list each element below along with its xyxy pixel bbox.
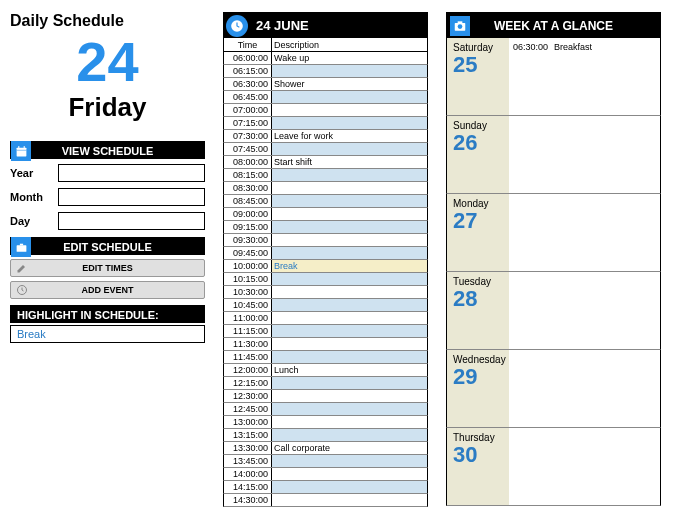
- pencil-icon: [15, 261, 29, 275]
- table-row[interactable]: 06:15:00: [223, 65, 428, 78]
- table-row[interactable]: 10:15:00: [223, 273, 428, 286]
- table-row[interactable]: 10:45:00: [223, 299, 428, 312]
- table-row[interactable]: 11:15:00: [223, 325, 428, 338]
- table-row[interactable]: 09:30:00: [223, 234, 428, 247]
- time-cell: 07:15:00: [224, 117, 272, 129]
- time-cell: 13:00:00: [224, 416, 272, 428]
- desc-cell: [272, 104, 427, 116]
- table-row[interactable]: 07:30:00Leave for work: [223, 130, 428, 143]
- edit-times-label: EDIT TIMES: [82, 263, 133, 273]
- time-cell: 09:45:00: [224, 247, 272, 259]
- time-cell: 07:45:00: [224, 143, 272, 155]
- svg-rect-4: [16, 245, 26, 252]
- table-row[interactable]: 06:45:00: [223, 91, 428, 104]
- table-row[interactable]: 14:15:00: [223, 481, 428, 494]
- table-row[interactable]: 13:15:00: [223, 429, 428, 442]
- week-day[interactable]: Wednesday29: [446, 350, 661, 428]
- month-input[interactable]: [58, 188, 205, 206]
- time-cell: 11:15:00: [224, 325, 272, 337]
- time-cell: 12:00:00: [224, 364, 272, 376]
- week-header: WEEK AT A GLANCE: [446, 12, 661, 38]
- table-row[interactable]: 08:30:00: [223, 182, 428, 195]
- time-cell: 10:45:00: [224, 299, 272, 311]
- week-day-label: Tuesday28: [447, 272, 509, 349]
- table-row[interactable]: 09:15:00: [223, 221, 428, 234]
- edit-times-button[interactable]: EDIT TIMES: [10, 259, 205, 277]
- time-cell: 06:30:00: [224, 78, 272, 90]
- table-row[interactable]: 07:45:00: [223, 143, 428, 156]
- table-row[interactable]: 06:30:00Shower: [223, 78, 428, 91]
- schedule-table: 24 JUNE Time Description 06:00:00Wake up…: [223, 12, 428, 507]
- table-row[interactable]: 11:30:00: [223, 338, 428, 351]
- edit-schedule-header: EDIT SCHEDULE: [10, 237, 205, 255]
- time-cell: 06:00:00: [224, 52, 272, 64]
- week-day-number: 30: [453, 443, 503, 467]
- schedule-date: 24 JUNE: [256, 18, 309, 33]
- month-label: Month: [10, 191, 58, 203]
- table-row[interactable]: 06:00:00Wake up: [223, 52, 428, 65]
- time-cell: 09:30:00: [224, 234, 272, 246]
- time-cell: 06:15:00: [224, 65, 272, 77]
- time-cell: 08:45:00: [224, 195, 272, 207]
- table-row[interactable]: 12:45:00: [223, 403, 428, 416]
- day-input[interactable]: [58, 212, 205, 230]
- table-row[interactable]: 12:15:00: [223, 377, 428, 390]
- time-cell: 14:30:00: [224, 494, 272, 506]
- table-row[interactable]: 12:00:00Lunch: [223, 364, 428, 377]
- table-row[interactable]: 07:00:00: [223, 104, 428, 117]
- table-row[interactable]: 09:00:00: [223, 208, 428, 221]
- desc-cell: [272, 377, 427, 389]
- time-cell: 12:45:00: [224, 403, 272, 415]
- desc-cell: [272, 403, 427, 415]
- desc-cell: [272, 351, 427, 363]
- table-row[interactable]: 14:30:00: [223, 494, 428, 507]
- briefcase-icon: [11, 237, 31, 257]
- week-day-number: 29: [453, 365, 503, 389]
- year-row: Year: [10, 163, 205, 183]
- edit-schedule-label: EDIT SCHEDULE: [63, 241, 152, 253]
- time-cell: 12:30:00: [224, 390, 272, 402]
- table-row[interactable]: 11:45:00: [223, 351, 428, 364]
- time-cell: 09:00:00: [224, 208, 272, 220]
- table-row[interactable]: 08:15:00: [223, 169, 428, 182]
- clock-icon: [15, 283, 29, 297]
- table-row[interactable]: 13:00:00: [223, 416, 428, 429]
- time-cell: 08:15:00: [224, 169, 272, 181]
- add-event-button[interactable]: ADD EVENT: [10, 281, 205, 299]
- time-cell: 11:30:00: [224, 338, 272, 350]
- time-cell: 08:30:00: [224, 182, 272, 194]
- big-date: 24: [10, 34, 205, 90]
- table-row[interactable]: 11:00:00: [223, 312, 428, 325]
- day-label: Day: [10, 215, 58, 227]
- table-row[interactable]: 10:30:00: [223, 286, 428, 299]
- week-day-label: Monday27: [447, 194, 509, 271]
- desc-cell: [272, 494, 427, 506]
- week-day[interactable]: Tuesday28: [446, 272, 661, 350]
- table-row[interactable]: 10:00:00Break: [223, 260, 428, 273]
- table-row[interactable]: 08:45:00: [223, 195, 428, 208]
- week-day[interactable]: Saturday2506:30:00Breakfast: [446, 38, 661, 116]
- highlight-header: HIGHLIGHT IN SCHEDULE:: [10, 305, 205, 323]
- week-day[interactable]: Monday27: [446, 194, 661, 272]
- table-row[interactable]: 07:15:00: [223, 117, 428, 130]
- view-schedule-label: VIEW SCHEDULE: [62, 145, 154, 157]
- desc-cell: [272, 65, 427, 77]
- desc-cell: [272, 429, 427, 441]
- desc-cell: [272, 234, 427, 246]
- week-day-label: Saturday25: [447, 38, 509, 115]
- year-input[interactable]: [58, 164, 205, 182]
- table-row[interactable]: 13:45:00: [223, 455, 428, 468]
- desc-cell: [272, 91, 427, 103]
- week-day[interactable]: Thursday30: [446, 428, 661, 506]
- table-row[interactable]: 14:00:00: [223, 468, 428, 481]
- week-day[interactable]: Sunday26: [446, 116, 661, 194]
- desc-cell: Call corporate: [272, 442, 427, 454]
- table-row[interactable]: 08:00:00Start shift: [223, 156, 428, 169]
- desc-cell: [272, 338, 427, 350]
- left-panel: Daily Schedule 24 Friday VIEW SCHEDULE Y…: [10, 12, 205, 343]
- table-row[interactable]: 13:30:00Call corporate: [223, 442, 428, 455]
- svg-rect-2: [23, 146, 24, 148]
- table-row[interactable]: 12:30:00: [223, 390, 428, 403]
- highlight-value[interactable]: Break: [10, 325, 205, 343]
- table-row[interactable]: 09:45:00: [223, 247, 428, 260]
